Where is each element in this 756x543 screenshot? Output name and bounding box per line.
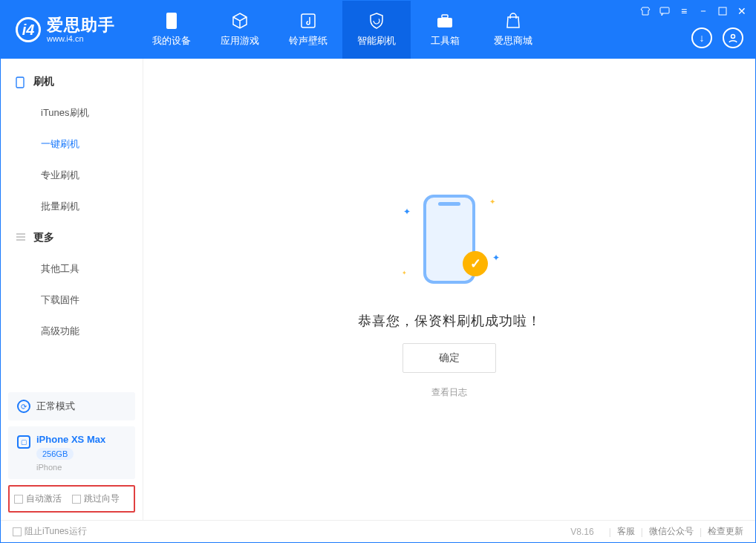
checkbox-block-itunes[interactable]: 阻止iTunes运行 [13, 525, 87, 538]
tab-ringtones[interactable]: 铃声壁纸 [274, 1, 342, 59]
group-title: 刷机 [33, 75, 54, 88]
options-highlight: 自动激活 跳过向导 [8, 485, 135, 513]
device-icon [163, 12, 180, 30]
success-illustration: ✓ ✦ ✦ ✦ ✦ [390, 180, 509, 299]
checkbox-icon [13, 527, 22, 536]
svg-rect-3 [442, 15, 448, 18]
tab-label: 工具箱 [431, 34, 460, 48]
sparkle-icon: ✦ [402, 270, 407, 276]
group-title: 更多 [33, 231, 54, 244]
logo[interactable]: i4 爱思助手 www.i4.cn [16, 1, 115, 59]
header: i4 爱思助手 www.i4.cn 我的设备 应用游戏 铃声壁纸 智能刷机 工具… [1, 1, 755, 59]
main-content: ✓ ✦ ✦ ✦ ✦ 恭喜您，保资料刷机成功啦！ 确定 查看日志 [143, 59, 755, 520]
tab-label: 应用游戏 [221, 34, 259, 48]
tab-my-device[interactable]: 我的设备 [137, 1, 206, 59]
checkbox-skip-wizard[interactable]: 跳过向导 [72, 492, 120, 505]
tab-label: 智能刷机 [357, 34, 396, 48]
cube-icon [231, 12, 249, 30]
tabs: 我的设备 应用游戏 铃声壁纸 智能刷机 工具箱 爱思商城 [137, 1, 547, 59]
success-card: ✓ ✦ ✦ ✦ ✦ 恭喜您，保资料刷机成功啦！ 确定 查看日志 [358, 180, 541, 399]
svg-rect-5 [719, 7, 726, 15]
bag-icon [504, 12, 522, 30]
sidebar-item-batch-flash[interactable]: 批量刷机 [1, 191, 143, 222]
ok-button[interactable]: 确定 [403, 343, 496, 373]
tab-label: 我的设备 [152, 34, 191, 48]
tab-flash[interactable]: 智能刷机 [342, 1, 411, 59]
sparkle-icon: ✦ [403, 207, 411, 217]
brand-url: www.i4.cn [47, 34, 115, 43]
support-link[interactable]: 客服 [617, 525, 635, 538]
wechat-link[interactable]: 微信公众号 [649, 525, 694, 538]
device-storage: 256GB [36, 448, 74, 460]
device-type: iPhone [36, 463, 105, 472]
user-icon[interactable] [723, 27, 743, 48]
brand-name: 爱思助手 [47, 16, 115, 34]
sparkle-icon: ✦ [489, 198, 495, 206]
list-icon [16, 233, 26, 243]
sidebar-item-itunes-flash[interactable]: iTunes刷机 [1, 97, 143, 129]
sidebar-scroll: 刷机 iTunes刷机 一键刷机 专业刷机 批量刷机 更多 其他工具 下载固件 … [1, 59, 143, 385]
footer-right: V8.16 | 客服 | 微信公众号 | 检查更新 [570, 525, 743, 538]
sidebar-group-flash[interactable]: 刷机 [1, 66, 143, 97]
mode-icon: ⟳ [17, 400, 30, 413]
sparkle-icon: ✦ [492, 253, 500, 263]
phone-icon [16, 77, 26, 87]
svg-point-6 [731, 35, 735, 39]
mode-box[interactable]: ⟳ 正常模式 [8, 392, 135, 420]
footer: 阻止iTunes运行 V8.16 | 客服 | 微信公众号 | 检查更新 [1, 520, 755, 542]
sidebar-item-download-firmware[interactable]: 下载固件 [1, 284, 143, 316]
sidebar-item-pro-flash[interactable]: 专业刷机 [1, 160, 143, 191]
toolbox-icon [436, 12, 454, 30]
sidebar-group-more[interactable]: 更多 [1, 222, 143, 253]
body: 刷机 iTunes刷机 一键刷机 专业刷机 批量刷机 更多 其他工具 下载固件 … [1, 59, 755, 520]
separator: | [700, 527, 702, 537]
device-info: iPhone XS Max 256GB iPhone [36, 434, 105, 472]
tab-apps[interactable]: 应用游戏 [206, 1, 274, 59]
logo-text: 爱思助手 www.i4.cn [47, 16, 115, 43]
skin-icon[interactable] [639, 5, 651, 17]
sidebar-item-advanced[interactable]: 高级功能 [1, 316, 143, 347]
checkbox-label: 自动激活 [26, 492, 62, 505]
sidebar-item-other-tools[interactable]: 其他工具 [1, 253, 143, 284]
shield-refresh-icon [368, 12, 385, 30]
sidebar: 刷机 iTunes刷机 一键刷机 专业刷机 批量刷机 更多 其他工具 下载固件 … [1, 59, 143, 520]
menu-icon[interactable]: ≡ [678, 5, 690, 17]
separator: | [641, 527, 643, 537]
sidebar-item-oneclick-flash[interactable]: 一键刷机 [1, 129, 143, 160]
tab-label: 铃声壁纸 [289, 34, 328, 48]
account-controls: ↓ [691, 27, 743, 48]
version-label: V8.16 [570, 527, 593, 537]
mode-label: 正常模式 [36, 400, 75, 413]
download-icon[interactable]: ↓ [691, 27, 712, 48]
minimize-icon[interactable]: － [697, 5, 709, 17]
success-message: 恭喜您，保资料刷机成功啦！ [358, 312, 541, 330]
device-icon: ▢ [17, 435, 30, 449]
checkbox-label: 跳过向导 [84, 492, 120, 505]
tab-toolbox[interactable]: 工具箱 [411, 1, 479, 59]
svg-rect-0 [166, 13, 177, 29]
logo-icon: i4 [16, 17, 41, 42]
check-update-link[interactable]: 检查更新 [708, 525, 743, 538]
maximize-icon[interactable] [717, 5, 729, 17]
view-log-link[interactable]: 查看日志 [431, 386, 467, 399]
feedback-icon[interactable] [659, 5, 671, 17]
close-icon[interactable]: ✕ [736, 5, 748, 17]
checkbox-label: 阻止iTunes运行 [25, 525, 87, 538]
svg-rect-4 [660, 7, 669, 13]
tab-label: 爱思商城 [494, 34, 532, 48]
svg-rect-7 [16, 77, 24, 88]
sidebar-bottom: ⟳ 正常模式 ▢ iPhone XS Max 256GB iPhone 自动激活 [1, 385, 143, 520]
check-badge-icon: ✓ [463, 251, 488, 276]
checkbox-icon [72, 495, 81, 504]
checkbox-icon [14, 495, 23, 504]
device-box[interactable]: ▢ iPhone XS Max 256GB iPhone [8, 426, 135, 479]
svg-rect-1 [302, 14, 315, 27]
tab-store[interactable]: 爱思商城 [479, 1, 547, 59]
device-name: iPhone XS Max [36, 434, 105, 445]
window-controls: ≡ － ✕ [639, 5, 748, 17]
checkbox-auto-activate[interactable]: 自动激活 [14, 492, 62, 505]
music-icon [299, 12, 317, 30]
separator: | [609, 527, 611, 537]
svg-rect-2 [437, 18, 452, 27]
